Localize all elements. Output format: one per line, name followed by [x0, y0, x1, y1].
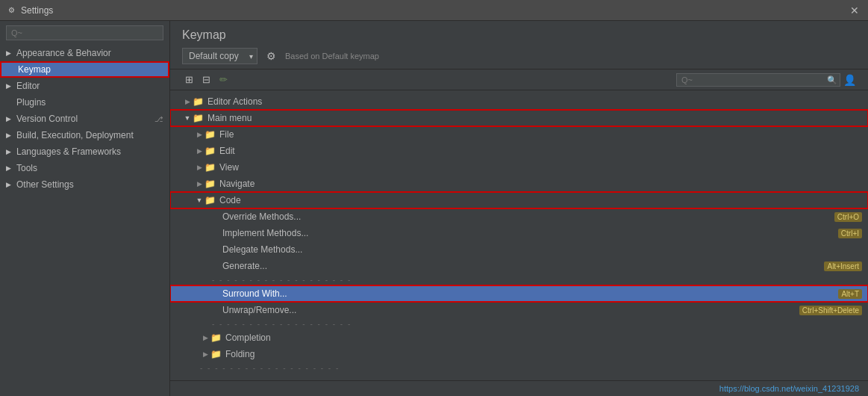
- expand-arrow-icon: ▶: [194, 147, 204, 155]
- main-content: ▶ Appearance & Behavior Keymap ▶ Editor …: [0, 21, 868, 396]
- sidebar-item-label: Other Settings: [16, 179, 74, 190]
- window-title: Settings: [21, 5, 53, 16]
- sidebar-item-label: Build, Execution, Deployment: [16, 130, 134, 140]
- footer: https://blog.csdn.net/weixin_41231928: [170, 380, 868, 396]
- page-title: Keymap: [182, 28, 856, 42]
- separator-3: - - - - - - - - - - - - - - - - - - -: [170, 362, 868, 374]
- tree-item-navigate[interactable]: ▶ 📁 Navigate: [170, 176, 868, 192]
- search-icon: 🔍: [827, 75, 837, 84]
- sidebar-item-version-control[interactable]: ▶ Version Control ⎇: [0, 111, 169, 127]
- title-bar: ⚙ Settings ✕: [0, 0, 868, 21]
- separator-2: - - - - - - - - - - - - - - - - - - -: [170, 318, 868, 330]
- main-header: Keymap Default copy ⚙ Based on Default k…: [170, 21, 868, 69]
- tree-item-label: Folding: [225, 349, 868, 359]
- folder-icon: 📁: [210, 332, 222, 343]
- folder-icon: 📁: [204, 129, 216, 140]
- shortcut-badge: Alt+T: [838, 289, 862, 299]
- settings-app-icon: ⚙: [6, 5, 16, 16]
- expand-arrow-icon: ▶: [194, 164, 204, 171]
- sidebar-item-label: Keymap: [18, 64, 51, 75]
- main-panel: Keymap Default copy ⚙ Based on Default k…: [170, 21, 868, 396]
- sidebar-item-label: Editor: [16, 81, 40, 91]
- tree-item-delegate-methods[interactable]: ▶ Delegate Methods...: [170, 241, 868, 258]
- tree-item-code[interactable]: ▼ 📁 Code: [170, 192, 868, 208]
- keymap-gear-button[interactable]: ⚙: [263, 49, 279, 64]
- sidebar-item-tools[interactable]: ▶ Tools: [0, 160, 169, 176]
- sidebar-search-area: [0, 21, 169, 45]
- sidebar-item-build[interactable]: ▶ Build, Execution, Deployment: [0, 127, 169, 143]
- tree-item-implement-methods[interactable]: ▶ Implement Methods... Ctrl+I: [170, 225, 868, 241]
- tree-item-folding[interactable]: ▶ 📁 Folding: [170, 346, 868, 362]
- tree-item-view[interactable]: ▶ 📁 View: [170, 159, 868, 176]
- tree-item-label: Generate...: [222, 261, 267, 271]
- sidebar-item-other-settings[interactable]: ▶ Other Settings: [0, 176, 169, 193]
- sidebar-item-editor[interactable]: ▶ Editor: [0, 78, 169, 94]
- expand-arrow-icon: ▶: [6, 82, 13, 90]
- expand-arrow-icon: ▶: [6, 115, 13, 123]
- edit-icon: ✏: [219, 74, 228, 85]
- tree-item-label: Surround With...: [222, 288, 287, 299]
- tree-item-label: Main menu: [207, 113, 868, 123]
- edit-shortcut-button[interactable]: ✏: [216, 72, 231, 87]
- expand-arrow-icon: ▶: [194, 180, 204, 188]
- expand-arrow-icon: ▶: [6, 181, 13, 188]
- keymap-search-input[interactable]: [676, 73, 840, 87]
- toolbar-right: 🔍 👤: [676, 73, 856, 87]
- close-button[interactable]: ✕: [847, 3, 862, 18]
- tree-item-label: Edit: [219, 146, 868, 156]
- shortcut-badge: Ctrl+O: [834, 212, 862, 222]
- sidebar-item-appearance[interactable]: ▶ Appearance & Behavior: [0, 45, 169, 61]
- tree-item-completion[interactable]: ▶ 📁 Completion: [170, 330, 868, 346]
- keymap-select-wrapper: Default copy: [182, 48, 257, 64]
- tree-item-override-methods[interactable]: ▶ Override Methods... Ctrl+O: [170, 208, 868, 225]
- separator-1: - - - - - - - - - - - - - - - - - - -: [170, 274, 868, 285]
- tree-item-edit[interactable]: ▶ 📁 Edit: [170, 143, 868, 159]
- keymap-tree: ▶ 📁 Editor Actions ▼ 📁 Main menu ▶ 📁 Fil…: [170, 90, 868, 380]
- tree-item-main-menu[interactable]: ▼ 📁 Main menu: [170, 110, 868, 126]
- shortcut-badge: Alt+Insert: [824, 262, 862, 271]
- toolbar-left: ⊞ ⊟ ✏: [182, 72, 231, 87]
- tree-item-label: Completion: [225, 332, 868, 343]
- sidebar-item-plugins[interactable]: ▶ Plugins: [0, 94, 169, 111]
- tree-item-label: Navigate: [219, 179, 868, 189]
- tree-item-generate[interactable]: ▶ Generate... Alt+Insert: [170, 258, 868, 274]
- expand-arrow-icon: ▶: [6, 148, 13, 155]
- settings-window: ⚙ Settings ✕ ▶ Appearance & Behavior Key…: [0, 0, 868, 396]
- sidebar-item-label: Appearance & Behavior: [16, 48, 111, 58]
- folder-icon: 📁: [193, 113, 204, 123]
- tree-item-label: View: [219, 162, 868, 173]
- keymap-controls: Default copy ⚙ Based on Default keymap: [182, 48, 856, 64]
- sidebar-item-languages[interactable]: ▶ Languages & Frameworks: [0, 143, 169, 160]
- based-on-label: Based on Default keymap: [285, 52, 379, 61]
- expand-all-icon: ⊞: [185, 74, 193, 85]
- expand-arrow-icon: ▶: [6, 49, 13, 57]
- expand-all-button[interactable]: ⊞: [182, 72, 196, 87]
- shortcut-badge: Ctrl+Shift+Delete: [799, 306, 862, 315]
- tree-item-surround-with[interactable]: ▶ Surround With... Alt+T: [170, 285, 868, 302]
- person-button[interactable]: 👤: [843, 74, 856, 86]
- footer-url: https://blog.csdn.net/weixin_41231928: [719, 384, 859, 393]
- folder-icon: 📁: [204, 195, 216, 205]
- tree-item-label: Delegate Methods...: [222, 244, 868, 255]
- collapse-all-button[interactable]: ⊟: [199, 72, 213, 87]
- sidebar-item-keymap[interactable]: Keymap: [0, 61, 169, 78]
- toolbar: ⊞ ⊟ ✏ 🔍 👤: [170, 69, 868, 90]
- tree-item-file[interactable]: ▶ 📁 File: [170, 126, 868, 143]
- expand-arrow-icon: ▶: [200, 334, 210, 341]
- tree-item-unwrap-remove[interactable]: ▶ Unwrap/Remove... Ctrl+Shift+Delete: [170, 302, 868, 318]
- sidebar-item-label: Tools: [16, 163, 37, 173]
- tree-item-label: Editor Actions: [207, 96, 868, 107]
- tree-item-label: Override Methods...: [222, 211, 301, 222]
- collapse-arrow-icon: ▼: [194, 197, 204, 204]
- sidebar-search-input[interactable]: [6, 25, 163, 40]
- person-icon: 👤: [843, 74, 856, 86]
- sidebar-item-label: Version Control: [16, 114, 78, 124]
- tree-item-editor-actions[interactable]: ▶ 📁 Editor Actions: [170, 93, 868, 110]
- sidebar-items-list: ▶ Appearance & Behavior Keymap ▶ Editor …: [0, 45, 169, 396]
- tree-item-label: File: [219, 129, 868, 140]
- keymap-select[interactable]: Default copy: [182, 48, 257, 64]
- expand-arrow-icon: ▶: [182, 98, 193, 105]
- expand-arrow-icon: ▶: [194, 131, 204, 138]
- search-input-wrapper: 🔍: [676, 73, 840, 87]
- folder-icon: 📁: [204, 146, 216, 156]
